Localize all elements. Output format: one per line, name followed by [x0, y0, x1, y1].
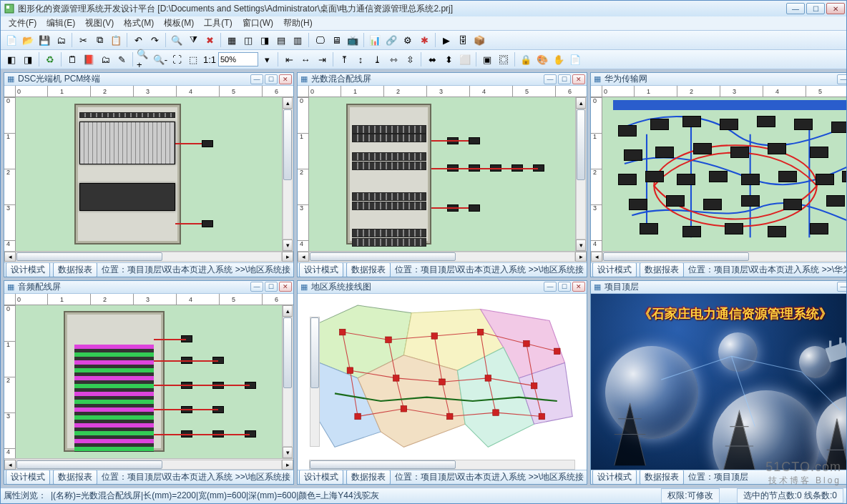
color-icon[interactable]: 🎨: [534, 51, 550, 67]
find-icon[interactable]: 🔍: [169, 32, 185, 48]
canvas[interactable]: [602, 97, 847, 251]
page-icon[interactable]: 📄: [567, 51, 583, 67]
menu-template[interactable]: 模板(M): [159, 16, 199, 31]
distribute-v-icon[interactable]: ⇳: [402, 51, 418, 67]
window4-icon[interactable]: ▥: [290, 32, 305, 48]
canvas[interactable]: [309, 97, 575, 251]
paste-icon[interactable]: 📋: [108, 32, 124, 48]
same-height-icon[interactable]: ⬍: [441, 51, 456, 67]
pane-right-icon[interactable]: ◨: [20, 51, 36, 67]
screen-icon[interactable]: 🖥: [328, 32, 344, 48]
data-report-button[interactable]: 数据报表: [346, 470, 391, 484]
gear-icon[interactable]: ⚙: [400, 32, 416, 48]
same-width-icon[interactable]: ⬌: [424, 51, 440, 67]
menu-edit[interactable]: 编辑(E): [41, 16, 80, 31]
scrollbar-vertical[interactable]: ▴▾: [282, 97, 293, 251]
redo-icon[interactable]: ↷: [147, 32, 162, 48]
delete-icon[interactable]: ✖: [202, 32, 217, 48]
run-icon[interactable]: ▶: [439, 32, 454, 48]
menu-format[interactable]: 格式(M): [119, 16, 159, 31]
poster-canvas[interactable]: 《石家庄电力通信资源管理系统》: [591, 294, 847, 470]
lock-icon[interactable]: 🔒: [518, 51, 534, 67]
align-center-h-icon[interactable]: ↔: [298, 51, 313, 67]
design-mode-button[interactable]: 设计模式: [299, 470, 343, 484]
menu-window[interactable]: 窗口(W): [238, 16, 278, 31]
minimize-button[interactable]: —: [786, 3, 805, 14]
open-icon[interactable]: 📂: [20, 32, 36, 48]
align-top-icon[interactable]: ⤒: [336, 51, 352, 67]
scrollbar-horizontal[interactable]: ◂▸: [298, 251, 587, 262]
child-title-bar[interactable]: ▦ 音频配线屏 — ☐ ✕: [4, 281, 293, 294]
data-report-button[interactable]: 数据报表: [53, 262, 97, 277]
star-icon[interactable]: ✱: [416, 32, 432, 48]
book-icon[interactable]: 📕: [81, 51, 97, 67]
child-title-bar[interactable]: ▦ 项目顶层 — ☐ ✕: [591, 281, 847, 294]
maximize-button[interactable]: ☐: [806, 3, 825, 14]
cut-icon[interactable]: ✂: [75, 32, 91, 48]
save-icon[interactable]: 💾: [36, 32, 52, 48]
child-title-bar[interactable]: ▦ 地区系统接线图 — ☐ ✕: [298, 281, 587, 294]
zoom-input[interactable]: [218, 52, 258, 66]
chart-icon[interactable]: 📊: [367, 32, 383, 48]
menu-view[interactable]: 视图(V): [80, 16, 119, 31]
zoom-out-icon[interactable]: 🔍-: [152, 51, 168, 67]
child-maximize-button[interactable]: ☐: [558, 74, 571, 84]
child-maximize-button[interactable]: ☐: [558, 282, 571, 292]
align-middle-icon[interactable]: ↕: [353, 51, 368, 67]
child-minimize-button[interactable]: —: [250, 282, 263, 292]
props-icon[interactable]: 🗒: [64, 51, 80, 67]
grid-icon[interactable]: ▦: [224, 32, 240, 48]
window1-icon[interactable]: ◫: [240, 32, 256, 48]
child-minimize-button[interactable]: —: [544, 74, 557, 84]
design-mode-button[interactable]: 设计模式: [592, 470, 637, 484]
menu-help[interactable]: 帮助(H): [278, 16, 318, 31]
link-icon[interactable]: 🔗: [383, 32, 399, 48]
window3-icon[interactable]: ▤: [273, 32, 289, 48]
child-title-bar[interactable]: ▦ 光数混合配线屏 — ☐ ✕: [298, 73, 587, 86]
undo-icon[interactable]: ↶: [130, 32, 146, 48]
child-close-button[interactable]: ✕: [572, 74, 585, 84]
select-all-icon[interactable]: ▣: [479, 51, 495, 67]
hand-icon[interactable]: ✋: [551, 51, 567, 67]
scrollbar-horizontal[interactable]: ◂▸: [591, 251, 847, 262]
child-minimize-button[interactable]: —: [837, 74, 847, 84]
pencil-icon[interactable]: ✎: [114, 51, 129, 67]
child-close-button[interactable]: ✕: [572, 282, 585, 292]
child-minimize-button[interactable]: —: [250, 74, 263, 84]
child-maximize-button[interactable]: ☐: [265, 282, 278, 292]
zoom-fit-icon[interactable]: ⛶: [169, 51, 185, 67]
distribute-h-icon[interactable]: ⇿: [386, 51, 401, 67]
saveall-icon[interactable]: 🗂: [53, 32, 69, 48]
canvas[interactable]: [16, 97, 282, 251]
align-right-icon[interactable]: ⇥: [314, 51, 330, 67]
child-maximize-button[interactable]: ☐: [265, 74, 278, 84]
close-button[interactable]: ✕: [826, 3, 845, 14]
db-icon[interactable]: 🗄: [455, 32, 471, 48]
child-close-button[interactable]: ✕: [279, 282, 292, 292]
child-title-bar[interactable]: ▦ 华为传输网 — ☐ ✕: [591, 73, 847, 86]
window2-icon[interactable]: ◨: [257, 32, 273, 48]
design-mode-button[interactable]: 设计模式: [592, 262, 637, 277]
copy-icon[interactable]: ⧉: [92, 32, 107, 48]
scrollbar-horizontal[interactable]: ◂▸: [4, 251, 293, 262]
box-icon[interactable]: 📦: [471, 32, 487, 48]
menu-file[interactable]: 文件(F): [4, 16, 41, 31]
zoom-in-icon[interactable]: 🔍+: [136, 51, 152, 67]
design-mode-button[interactable]: 设计模式: [6, 262, 50, 277]
scrollbar-vertical[interactable]: ▴▾: [309, 305, 320, 459]
data-report-button[interactable]: 数据报表: [640, 262, 684, 277]
data-report-button[interactable]: 数据报表: [346, 262, 391, 277]
child-close-button[interactable]: ✕: [279, 74, 292, 84]
scrollbar-vertical[interactable]: ▴▾: [575, 97, 587, 251]
group-icon[interactable]: ⿴: [496, 51, 511, 67]
data-report-button[interactable]: 数据报表: [53, 470, 97, 484]
design-mode-button[interactable]: 设计模式: [6, 470, 50, 484]
scrollbar-vertical[interactable]: ▴▾: [282, 305, 293, 459]
layers-icon[interactable]: 🗂: [97, 51, 113, 67]
child-title-bar[interactable]: ▦ DSC光端机 PCM终端 — ☐ ✕: [4, 73, 293, 86]
filter-icon[interactable]: ⧩: [185, 32, 201, 48]
zoom-actual-icon[interactable]: 1:1: [202, 51, 217, 67]
scrollbar-horizontal[interactable]: ◂▸: [298, 458, 587, 470]
scrollbar-horizontal[interactable]: ◂▸: [4, 458, 293, 470]
zoom-region-icon[interactable]: ⬚: [185, 51, 201, 67]
